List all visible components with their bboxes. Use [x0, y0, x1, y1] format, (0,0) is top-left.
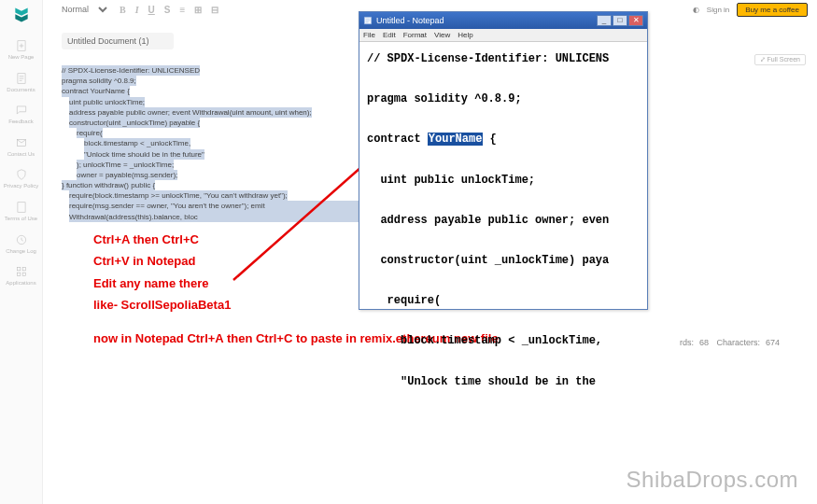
underline-button[interactable]: U	[148, 5, 155, 15]
svg-rect-7	[17, 273, 21, 276]
code-line: "Unlock time should be in the future"	[84, 149, 204, 160]
minimize-button[interactable]: _	[597, 15, 612, 26]
status-bar: rds:68 Characters:674	[674, 338, 780, 347]
code-editor[interactable]: // SPDX-License-Identifier: UNLICENSED p…	[62, 65, 379, 222]
sidebar-item-terms[interactable]: Terms of Use	[3, 195, 40, 228]
notepad-menu: File Edit Format View Help	[359, 29, 647, 42]
buy-coffee-button[interactable]: Buy me a coffee	[737, 3, 808, 17]
menu-format[interactable]: Format	[403, 31, 427, 39]
code-line: uint public unlockTime;	[69, 97, 145, 107]
highlighted-text: YourName	[428, 133, 484, 146]
fullscreen-button[interactable]: ⤢ Full Screen	[754, 54, 806, 65]
code-line: constructor(uint _unlockTime) payable {	[69, 118, 200, 128]
signin-link[interactable]: Sign in	[707, 6, 729, 14]
svg-rect-3	[17, 203, 24, 213]
sidebar-item-applications[interactable]: Applications	[3, 259, 40, 292]
format-tools: B I U S ≡ ⊞ ⊟	[120, 5, 218, 15]
instruction-text: Ctrl+A then Ctrl+C Ctrl+V in Notepad Edi…	[93, 229, 231, 316]
doc-title-input[interactable]: Untitled Document (1)	[62, 33, 174, 49]
watermark: ShibaDrops.com	[627, 467, 798, 493]
sidebar-item-contact[interactable]: Contact Us	[3, 131, 40, 163]
grid2-button[interactable]: ⊟	[211, 5, 218, 15]
italic-button[interactable]: I	[135, 5, 139, 15]
code-line: contract YourName {	[62, 86, 130, 96]
sidebar-item-changelog[interactable]: Change Log	[3, 228, 40, 260]
bold-button[interactable]: B	[120, 5, 126, 15]
code-line: require(	[77, 128, 103, 138]
code-line: ); unlockTime = _unlockTime;	[77, 160, 174, 170]
notepad-window: Untitled - Notepad _ □ ✕ File Edit Forma…	[359, 11, 648, 310]
code-line: block.timestamp < _unlockTime,	[84, 138, 190, 148]
sidebar: New Page Documents Feedback Contact Us P…	[0, 0, 43, 504]
list-button[interactable]: ≡	[179, 5, 185, 15]
grid-button[interactable]: ⊞	[194, 5, 202, 15]
notepad-icon	[363, 16, 373, 25]
code-line: } function withdraw() public {	[62, 180, 155, 190]
menu-edit[interactable]: Edit	[383, 31, 396, 39]
notepad-titlebar[interactable]: Untitled - Notepad _ □ ✕	[359, 12, 647, 29]
code-line: require(block.timestamp >= unlockTime, "…	[69, 190, 288, 201]
menu-view[interactable]: View	[434, 31, 450, 39]
strike-button[interactable]: S	[164, 5, 171, 15]
sidebar-item-documents[interactable]: Documents	[3, 66, 40, 99]
notepad-body[interactable]: // SPDX-License-Identifier: UNLICENS pra…	[359, 42, 647, 399]
code-line: require(msg.sender == owner, "You aren't…	[69, 201, 379, 221]
sidebar-item-new-page[interactable]: New Page	[3, 34, 40, 66]
style-select[interactable]: Normal	[52, 2, 110, 17]
code-line: pragma solidity ^0.8.9;	[62, 76, 136, 86]
code-line: owner = payable(msg.sender);	[77, 170, 177, 180]
notepad-title: Untitled - Notepad	[376, 16, 444, 25]
toggle-icon[interactable]: ◐	[693, 6, 699, 14]
code-line: // SPDX-License-Identifier: UNLICENSED	[62, 65, 200, 76]
app-logo-icon	[12, 6, 31, 24]
close-button[interactable]: ✕	[628, 15, 643, 26]
svg-rect-6	[22, 267, 26, 271]
svg-rect-5	[17, 267, 21, 271]
menu-help[interactable]: Help	[458, 31, 472, 39]
menu-file[interactable]: File	[363, 31, 375, 39]
code-line: address payable public owner; event With…	[69, 107, 312, 118]
maximize-button[interactable]: □	[613, 15, 627, 26]
sidebar-item-feedback[interactable]: Feedback	[3, 98, 40, 131]
svg-rect-8	[22, 273, 26, 276]
sidebar-item-privacy[interactable]: Privacy Policy	[3, 162, 40, 195]
